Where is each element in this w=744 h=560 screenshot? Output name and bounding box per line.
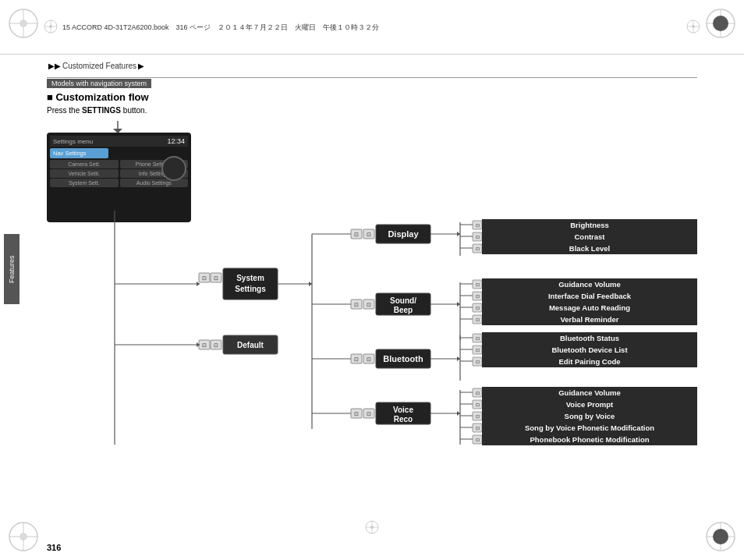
svg-text:Sound/: Sound/ [390,296,416,305]
svg-text:⊡: ⊡ [476,282,480,287]
features-sidebar-label: Features [4,234,19,304]
svg-text:⊡: ⊡ [476,294,480,299]
svg-point-167 [370,526,374,529]
svg-text:Phonebook Phonetic Modificatio: Phonebook Phonetic Modification [530,435,649,444]
svg-text:Default: Default [237,341,264,349]
svg-text:Settings: Settings [235,285,266,293]
svg-text:⊡: ⊡ [476,246,480,251]
svg-text:Voice Prompt: Voice Prompt [566,400,614,409]
svg-text:⊡: ⊡ [476,402,480,407]
svg-text:⊡: ⊡ [202,342,207,348]
svg-text:⊡: ⊡ [367,356,371,362]
svg-text:⊡: ⊡ [476,306,480,310]
svg-text:Edit Pairing Code: Edit Pairing Code [558,357,620,366]
top-bar-crosshair-right [686,19,701,36]
svg-text:⊡: ⊡ [476,348,480,353]
svg-text:Voice: Voice [393,406,413,414]
svg-text:⊡: ⊡ [476,438,480,442]
svg-text:Contrast: Contrast [574,232,605,241]
svg-text:Interface Dial Feedback: Interface Dial Feedback [548,292,632,300]
flow-diagram: ⊡ ⊡ System Settings ⊡ ⊡ Default [47,78,697,515]
breadcrumb-suffix-arrow: ▶ [138,62,144,70]
svg-text:⊡: ⊡ [476,317,480,322]
breadcrumb-prefix-arrow: ▶▶ [48,62,61,70]
svg-text:⊡: ⊡ [476,414,480,419]
svg-text:Brightness: Brightness [570,221,609,229]
svg-text:Bluetooth: Bluetooth [383,354,423,363]
svg-point-19 [49,25,52,28]
svg-text:⊡: ⊡ [476,391,480,395]
svg-text:⊡: ⊡ [367,411,371,416]
svg-text:Beep: Beep [394,306,413,314]
svg-text:⊡: ⊡ [354,356,359,362]
svg-text:⊡: ⊡ [476,235,480,239]
corner-bottom-left [4,517,43,556]
svg-text:⊡: ⊡ [214,342,218,348]
svg-text:Reco: Reco [394,415,413,424]
svg-text:Bluetooth Status: Bluetooth Status [560,334,619,342]
svg-text:Bluetooth Device List: Bluetooth Device List [551,346,628,354]
svg-point-11 [20,533,27,540]
top-bar-crosshair-left [43,19,58,36]
svg-text:⊡: ⊡ [476,360,480,364]
svg-text:⊡: ⊡ [476,426,480,431]
svg-text:⊡: ⊡ [476,223,480,228]
svg-text:Black Level: Black Level [569,244,610,253]
svg-text:Guidance Volume: Guidance Volume [558,388,621,397]
corner-bottom-right [701,517,740,556]
svg-text:Message Auto Reading: Message Auto Reading [549,303,630,312]
svg-text:Song by Voice Phonetic Modific: Song by Voice Phonetic Modification [525,424,654,432]
svg-text:Verbal Reminder: Verbal Reminder [561,315,619,324]
page-number: 316 [47,543,61,552]
svg-text:System: System [236,274,264,282]
svg-text:⊡: ⊡ [367,232,371,237]
svg-text:⊡: ⊡ [367,302,371,307]
svg-text:⊡: ⊡ [354,232,359,237]
breadcrumb-label: Customized Features [62,62,136,70]
top-bar: 15 ACCORD 4D-31T2A6200.book 316 ページ ２０１４… [0,0,744,55]
svg-text:⊡: ⊡ [476,336,480,341]
svg-text:⊡: ⊡ [214,275,218,281]
svg-text:Song by Voice: Song by Voice [565,412,615,420]
svg-rect-31 [223,268,278,299]
svg-text:Guidance Volume: Guidance Volume [558,280,621,289]
svg-text:⊡: ⊡ [202,275,207,281]
top-bar-text: 15 ACCORD 4D-31T2A6200.book 316 ページ ２０１４… [62,22,379,32]
svg-text:⊡: ⊡ [354,302,359,307]
svg-point-15 [713,529,728,544]
svg-text:⊡: ⊡ [354,411,359,416]
main-content: Models with navigation system Customizat… [47,78,697,513]
breadcrumb: ▶▶ Customized Features ▶ [47,55,697,78]
bottom-center-crosshair [364,519,380,537]
svg-point-23 [692,25,695,28]
svg-text:Display: Display [388,229,419,239]
